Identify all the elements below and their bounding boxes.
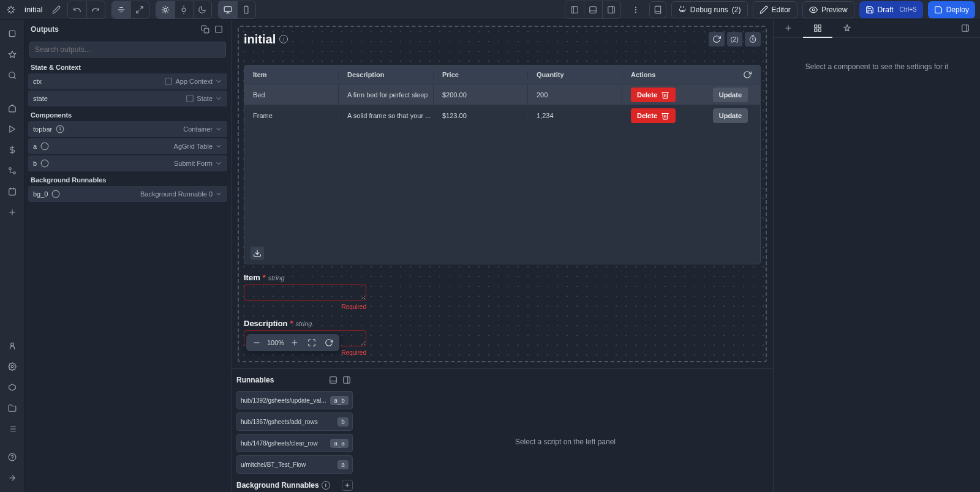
table-row[interactable]: Bed A firm bed for perfect sleep $200.00… [244, 84, 760, 105]
svg-rect-41 [330, 377, 337, 384]
align-center-button[interactable] [112, 1, 130, 18]
th-desc[interactable]: Description [339, 71, 434, 78]
redo-button[interactable] [86, 1, 105, 18]
svg-rect-22 [9, 188, 15, 195]
layout-left-button[interactable] [565, 1, 584, 18]
debug-runs-button[interactable]: Debug runs (2) [671, 1, 748, 18]
svg-point-27 [10, 343, 13, 346]
runnable-item[interactable]: hub/1478/gsheets/clear_rowa_a [236, 434, 353, 452]
svg-point-13 [812, 9, 815, 11]
canvas-refresh-icon[interactable] [709, 32, 725, 47]
add-bg-runnable-button[interactable] [342, 480, 353, 491]
runnable-item[interactable]: hub/1392/gsheets/update_val...a_b [236, 391, 353, 409]
svg-rect-49 [815, 24, 817, 27]
bg-runnables-subtitle: Background Runnables [236, 481, 319, 490]
svg-rect-36 [187, 95, 194, 102]
layout-bottom-button[interactable] [584, 1, 602, 18]
rail-home-icon[interactable] [3, 24, 21, 43]
rail-play-icon[interactable] [3, 120, 21, 138]
state-row-ctx[interactable]: ctx App Context [28, 73, 227, 89]
download-icon[interactable] [251, 247, 264, 260]
canvas-timer-icon[interactable] [745, 32, 761, 47]
canvas-count-badge[interactable]: (2) [727, 32, 742, 47]
undo-button[interactable] [68, 1, 86, 18]
search-outputs-input[interactable] [29, 42, 226, 58]
zoom-fit-button[interactable] [305, 336, 318, 349]
preview-button[interactable]: Preview [802, 1, 854, 18]
th-price[interactable]: Price [434, 71, 528, 78]
edit-title-icon[interactable] [48, 1, 65, 18]
zoom-value: 100% [267, 339, 284, 346]
tab-style[interactable] [832, 20, 862, 38]
rail-search-icon[interactable] [3, 66, 21, 84]
rail-add-icon[interactable] [3, 203, 21, 222]
theme-light-button[interactable] [156, 1, 175, 18]
rail-user-icon[interactable] [3, 337, 21, 355]
delete-button[interactable]: Delete [631, 88, 676, 102]
table-refresh-icon[interactable] [743, 70, 752, 79]
info-icon[interactable]: i [279, 35, 288, 43]
desktop-view-button[interactable] [219, 1, 237, 18]
runnables-layout2-icon[interactable] [341, 374, 353, 386]
expand-button[interactable] [130, 1, 149, 18]
trash-icon [661, 91, 669, 99]
update-button[interactable]: Update [713, 88, 748, 102]
rail-home2-icon[interactable] [3, 99, 21, 117]
rail-flow-icon[interactable] [3, 162, 21, 180]
rail-list-icon[interactable] [3, 420, 21, 438]
rail-settings-icon[interactable] [3, 357, 21, 376]
outputs-copy-icon[interactable] [199, 23, 211, 35]
runnable-item[interactable]: hub/1367/gsheets/add_rowsb [236, 412, 353, 431]
svg-marker-18 [9, 126, 14, 133]
th-actions: Actions [622, 70, 760, 79]
rail-folder-icon[interactable] [3, 399, 21, 417]
th-item[interactable]: Item [244, 71, 339, 78]
mobile-view-button[interactable] [237, 1, 255, 18]
outputs-close-icon[interactable] [213, 23, 225, 35]
required-msg: Required [244, 304, 366, 310]
layout-right-button[interactable] [602, 1, 620, 18]
component-row-topbar[interactable]: topbar Container [28, 121, 227, 137]
tab-add[interactable] [774, 20, 803, 38]
book-button[interactable] [649, 1, 666, 18]
zoom-out-button[interactable] [250, 336, 263, 349]
runnable-item[interactable]: u/mitchel/BT_Test_Flowa [236, 455, 353, 474]
rail-collapse-icon[interactable] [3, 469, 21, 487]
editor-button[interactable]: Editor [753, 1, 797, 18]
theme-auto-button[interactable] [175, 1, 193, 18]
state-row-state[interactable]: state State [28, 91, 227, 106]
table-row[interactable]: Frame A solid frame so that your ... $12… [244, 105, 760, 125]
info-icon[interactable]: i [322, 481, 330, 490]
item-input[interactable] [244, 285, 366, 300]
canvas: initial i (2) Item [232, 20, 773, 368]
rail-help-icon[interactable] [3, 448, 21, 466]
svg-line-17 [13, 77, 15, 79]
deploy-button[interactable]: Deploy [928, 1, 975, 18]
svg-rect-6 [590, 6, 597, 13]
component-row-a[interactable]: a AgGrid Table [28, 138, 227, 154]
trash-icon [661, 111, 669, 120]
zoom-refresh-button[interactable] [322, 336, 336, 349]
page-title: initial [24, 5, 43, 14]
draft-button[interactable]: Draft Ctrl+S [859, 1, 923, 18]
delete-button[interactable]: Delete [631, 108, 676, 123]
app-logo [5, 4, 17, 16]
rail-dollar-icon[interactable] [3, 141, 21, 159]
runnables-title: Runnables [236, 376, 274, 384]
update-button[interactable]: Update [713, 108, 748, 123]
rail-package-icon[interactable] [3, 378, 21, 397]
outputs-panel: Outputs State & Context ctx App Context … [24, 20, 232, 492]
component-row-b[interactable]: b Submit Form [28, 155, 227, 171]
rail-star-icon[interactable] [3, 45, 21, 64]
components-title: Components [24, 108, 231, 121]
theme-dark-button[interactable] [193, 1, 211, 18]
th-qty[interactable]: Quantity [528, 71, 622, 78]
more-menu-button[interactable] [627, 1, 644, 18]
tab-component[interactable] [803, 20, 832, 38]
runnables-layout1-icon[interactable] [327, 374, 339, 386]
zoom-in-button[interactable] [288, 336, 301, 349]
tab-panel-icon[interactable] [951, 20, 980, 38]
rail-calendar-icon[interactable] [3, 182, 21, 201]
form-item: Item*string Required [244, 273, 761, 310]
bg-row-0[interactable]: bg_0 Background Runnable 0 [28, 186, 227, 202]
